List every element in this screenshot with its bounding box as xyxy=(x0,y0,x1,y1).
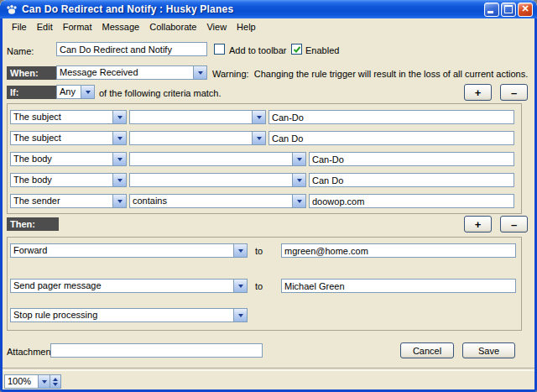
criteria-value-input[interactable] xyxy=(268,131,514,145)
window-border-left xyxy=(0,18,3,392)
chevron-down-icon xyxy=(233,309,247,321)
statusbar-divider xyxy=(3,368,534,371)
name-input[interactable] xyxy=(56,42,207,56)
menu-help[interactable]: Help xyxy=(232,20,261,34)
actions-group: Forward to Send pager message to Stop ru… xyxy=(7,237,522,331)
chevron-down-icon xyxy=(233,280,247,292)
menu-message[interactable]: Message xyxy=(97,20,145,34)
then-section-label: Then: xyxy=(7,217,59,231)
menu-collaborate[interactable]: Collaborate xyxy=(144,20,201,34)
criteria-field-select[interactable]: The subject xyxy=(10,131,127,145)
add-to-toolbar-checkbox[interactable] xyxy=(214,44,225,55)
minimize-icon[interactable] xyxy=(484,3,499,17)
name-label: Name: xyxy=(7,46,34,56)
chevron-down-icon xyxy=(112,111,126,123)
enabled-label: Enabled xyxy=(305,45,339,55)
remove-criterion-button[interactable]: – xyxy=(500,84,528,101)
menubar: File Edit Format Message Collaborate Vie… xyxy=(3,18,534,35)
attachment-input[interactable] xyxy=(50,343,263,358)
action-connector-label: to xyxy=(255,281,263,291)
criteria-value-input[interactable] xyxy=(309,194,514,208)
chevron-down-icon[interactable] xyxy=(38,374,50,389)
cancel-button[interactable]: Cancel xyxy=(400,342,454,358)
chevron-down-icon xyxy=(292,174,305,186)
zoom-value[interactable]: 100% xyxy=(4,374,38,389)
chevron-down-icon xyxy=(233,244,247,257)
attachment-label: Attachment: xyxy=(7,347,56,357)
chevron-down-icon xyxy=(292,153,305,165)
chevron-down-icon xyxy=(112,153,126,165)
enabled-checkbox[interactable] xyxy=(291,44,302,55)
criteria-operator-select[interactable] xyxy=(129,110,266,124)
chevron-down-icon xyxy=(81,86,94,98)
criteria-operator-select[interactable] xyxy=(129,152,306,166)
zoom-control[interactable]: 100% xyxy=(4,374,61,389)
match-mode-select[interactable]: Any xyxy=(56,85,95,99)
close-icon[interactable]: ✕ xyxy=(518,3,533,17)
action-target-input[interactable] xyxy=(281,279,516,293)
trigger-warning: Warning: Changing the rule trigger will … xyxy=(212,69,528,79)
criteria-value-input[interactable] xyxy=(309,173,514,187)
action-select[interactable]: Send pager message xyxy=(10,279,248,293)
rule-editor-window: Can Do Redirect and Notify : Husky Plane… xyxy=(0,0,537,392)
criteria-operator-select[interactable] xyxy=(129,131,266,145)
checkmark-icon xyxy=(293,45,301,54)
chevron-down-icon xyxy=(112,132,126,144)
add-action-button[interactable]: + xyxy=(464,216,492,233)
chevron-down-icon xyxy=(252,111,265,123)
maximize-icon[interactable] xyxy=(501,3,516,17)
save-button[interactable]: Save xyxy=(462,342,515,358)
menu-edit[interactable]: Edit xyxy=(32,20,58,34)
criteria-field-select[interactable]: The subject xyxy=(10,110,127,124)
chevron-down-icon xyxy=(292,195,305,207)
chevron-down-icon xyxy=(252,132,265,144)
menu-view[interactable]: View xyxy=(201,20,232,34)
criteria-value-input[interactable] xyxy=(309,152,514,166)
app-icon xyxy=(5,3,18,16)
add-criterion-button[interactable]: + xyxy=(464,84,492,101)
when-section-label: When: xyxy=(7,66,59,80)
criteria-value-input[interactable] xyxy=(268,110,514,124)
criteria-operator-select[interactable] xyxy=(129,173,306,187)
if-suffix-label: of the following criteria match. xyxy=(99,88,222,98)
criteria-field-select[interactable]: The body xyxy=(10,152,127,166)
criteria-field-select[interactable]: The body xyxy=(10,173,127,187)
remove-action-button[interactable]: – xyxy=(500,216,528,233)
action-connector-label: to xyxy=(255,246,263,256)
criteria-group: The subject The subject The body xyxy=(7,103,522,214)
chevron-down-icon xyxy=(112,195,126,207)
titlebar: Can Do Redirect and Notify : Husky Plane… xyxy=(0,0,537,18)
window-title: Can Do Redirect and Notify : Husky Plane… xyxy=(22,3,484,15)
add-to-toolbar-label: Add to toolbar xyxy=(229,45,287,55)
chevron-down-icon xyxy=(112,174,126,186)
arrow-down-icon xyxy=(53,383,58,386)
action-select[interactable]: Forward xyxy=(10,243,248,258)
menu-file[interactable]: File xyxy=(7,20,32,34)
if-section-label: If: xyxy=(7,86,59,99)
criteria-field-select[interactable]: The sender xyxy=(10,194,127,208)
chevron-down-icon xyxy=(193,66,206,79)
action-select[interactable]: Stop rule processing xyxy=(10,308,248,322)
zoom-spinner[interactable] xyxy=(50,374,61,389)
criteria-operator-select[interactable]: contains xyxy=(129,194,306,208)
action-target-input[interactable] xyxy=(281,243,516,258)
menu-format[interactable]: Format xyxy=(58,20,97,34)
trigger-select[interactable]: Message Received xyxy=(56,65,207,80)
arrow-up-icon xyxy=(53,378,58,381)
